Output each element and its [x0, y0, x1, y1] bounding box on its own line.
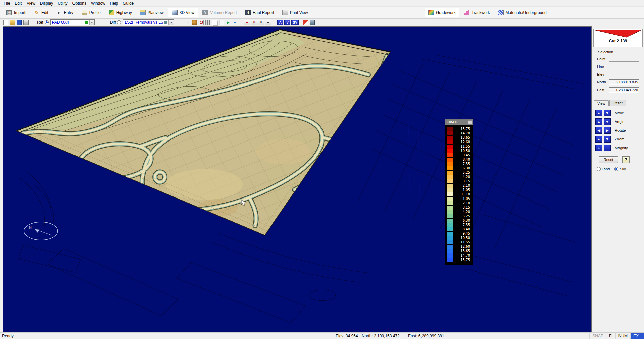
surface-button[interactable] [192, 20, 197, 25]
grid-button[interactable] [205, 20, 210, 25]
cutfill-legend-title: Cut-Fill [447, 120, 468, 124]
trackwork-label: Trackwork [472, 10, 490, 15]
reset-button[interactable]: Reset [599, 156, 618, 163]
print-button[interactable] [23, 20, 29, 25]
pdf-button[interactable] [303, 20, 308, 25]
water-button[interactable]: ● [232, 20, 237, 25]
haul-report-button[interactable]: HHaul Report [241, 8, 278, 17]
ref-radio[interactable] [45, 20, 49, 24]
sv-button[interactable]: SV [291, 20, 298, 25]
copy-button[interactable] [212, 20, 217, 25]
tab-offset[interactable]: Offset [609, 100, 626, 106]
magnify-button-1[interactable]: + [595, 145, 602, 151]
diff-radio[interactable] [117, 20, 121, 24]
status-snap[interactable]: SNAP [589, 333, 606, 339]
menu-item-utility[interactable]: Utility [55, 0, 70, 6]
legend-swatch [447, 145, 453, 149]
record-button[interactable]: ● [244, 20, 250, 25]
selection-field-label: Point [597, 57, 609, 61]
angle-button-1[interactable]: ▲ [595, 118, 602, 125]
volume-report-button[interactable]: VVolume Report [199, 8, 240, 17]
selection-field-value[interactable]: 6289349.720 [609, 87, 639, 93]
gradework-button[interactable]: Gradework [425, 8, 459, 17]
pause-button[interactable]: ‖ [251, 20, 257, 25]
zoom-button-2[interactable]: ▼ [604, 136, 611, 143]
play-button[interactable]: ▶ [226, 20, 231, 25]
status-bar: Ready Elev: 34.964 North: 2,190,153.472 … [0, 332, 644, 339]
legend-label: 10.50 [453, 236, 470, 240]
menu-item-view[interactable]: View [24, 0, 38, 6]
planview-button[interactable]: Planview [136, 8, 167, 17]
open-button[interactable] [10, 20, 15, 25]
sky-radio[interactable] [614, 167, 618, 171]
stop-button[interactable]: ■ [265, 20, 271, 25]
menu-item-help[interactable]: Help [108, 0, 121, 6]
volume-report-icon: V [202, 10, 208, 15]
home-button[interactable]: ⌂ [185, 20, 190, 25]
menu-item-options[interactable]: Options [70, 0, 89, 6]
print-view-button[interactable]: Print View [279, 8, 312, 17]
zoom-button[interactable] [199, 20, 204, 25]
cutfill-legend-titlebar[interactable]: Cut-Fill [445, 120, 473, 125]
diff-combobox[interactable]: LS2( Removals vs LS ▼ [123, 19, 174, 25]
status-num[interactable]: NUM [615, 333, 630, 339]
a-button[interactable]: A [277, 20, 283, 25]
selection-field-value[interactable]: 2188919.835 [609, 79, 639, 85]
highway-button[interactable]: Highway [105, 8, 136, 17]
status-ft[interactable]: Ft [606, 333, 615, 339]
legend-label: 2.10 [453, 184, 470, 187]
magnify-button-2[interactable]: − [604, 145, 611, 151]
environment-option-land[interactable]: Land [597, 167, 610, 171]
rotate-button-1[interactable]: ◀ [595, 127, 602, 134]
legend-row: 3.15 [447, 205, 470, 210]
terrain-render[interactable]: N [3, 27, 591, 332]
import-button[interactable]: ▦Import [3, 8, 29, 17]
selection-group-title: Selection [597, 50, 614, 54]
move-button-2[interactable]: ▼ [604, 110, 611, 116]
help-button[interactable]: ? [622, 156, 630, 163]
menu-item-guide[interactable]: Guide [120, 0, 136, 6]
menu-item-file[interactable]: File [1, 0, 12, 6]
selection-field-value[interactable] [609, 56, 639, 62]
frame-button[interactable]: ‖ [258, 20, 264, 25]
rotate-button-2[interactable]: ▶ [604, 127, 611, 134]
viewport-3d[interactable]: N Cut-Fill 15.7514.7013.6512.6011.5510.5… [3, 26, 592, 332]
legend-swatch [447, 140, 453, 144]
environment-option-sky[interactable]: Sky [614, 167, 626, 171]
cutfill-legend-window[interactable]: Cut-Fill 15.7514.7013.6512.6011.5510.509… [445, 119, 473, 265]
move-button-1[interactable]: ▲ [595, 110, 602, 116]
gradework-icon [428, 10, 434, 15]
capture-button[interactable] [310, 20, 315, 25]
trackwork-button[interactable]: Trackwork [460, 8, 494, 17]
legend-row: 12.60 [447, 244, 470, 249]
save-button[interactable] [17, 20, 22, 25]
menu-item-edit[interactable]: Edit [12, 0, 24, 6]
status-ex[interactable]: EX [630, 333, 644, 339]
menu-item-display[interactable]: Display [38, 0, 55, 6]
materials-underground-button[interactable]: Materials/Underground [494, 8, 550, 17]
measure-button[interactable] [219, 20, 224, 25]
cutfill-legend-button[interactable] [468, 120, 472, 124]
selection-group: Selection PointLineElevNorth2188919.835E… [594, 52, 642, 95]
zoom-button-1[interactable]: ▲ [595, 136, 602, 143]
edit-button[interactable]: ✎Edit [30, 8, 52, 17]
3d-view-button[interactable]: 3D View [168, 8, 198, 17]
menu-item-window[interactable]: Window [89, 0, 108, 6]
profile-button[interactable]: Profile [78, 8, 104, 17]
new-file-button[interactable] [3, 20, 8, 25]
tab-view[interactable]: View [594, 100, 609, 106]
edit-icon: ✎ [34, 10, 39, 15]
materials-underground-icon [498, 10, 504, 15]
legend-swatch [447, 162, 453, 166]
selection-field-value[interactable] [609, 72, 639, 77]
v-button[interactable]: V [284, 20, 290, 25]
ref-dropdown-icon[interactable]: ▼ [89, 20, 94, 25]
highway-label: Highway [116, 10, 132, 15]
diff-dropdown-icon[interactable]: ▼ [168, 20, 174, 25]
entry-button[interactable]: ►Entry [53, 8, 77, 17]
land-radio[interactable] [597, 167, 601, 171]
legend-label: 15.75 [453, 258, 470, 262]
ref-combobox[interactable]: PAD OX4 ▼ [50, 19, 95, 25]
selection-field-value[interactable] [609, 64, 639, 69]
angle-button-2[interactable]: ▼ [604, 118, 611, 125]
